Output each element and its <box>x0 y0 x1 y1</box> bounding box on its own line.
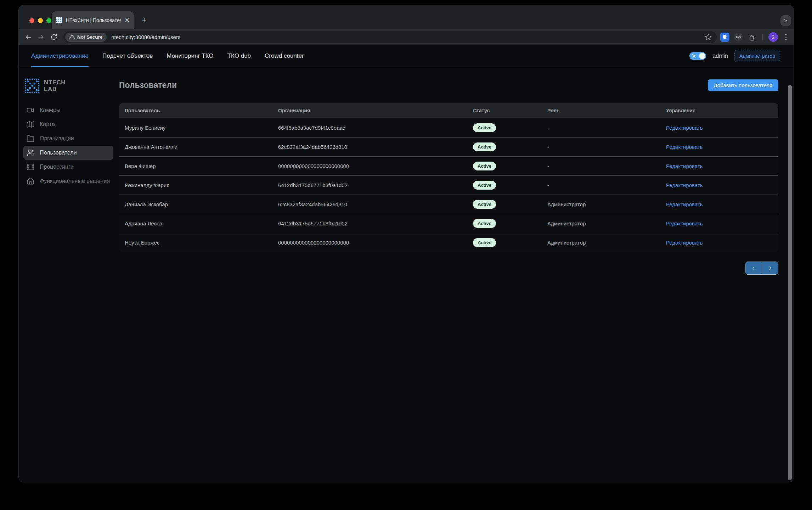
nav-item-tko-monitoring[interactable]: Мониторинг ТКО <box>167 45 213 67</box>
table-row: Режиналду Фария 6412db3175d6771b3f0a1d02… <box>119 175 778 195</box>
forward-button[interactable] <box>36 33 46 42</box>
tab-close-icon[interactable]: ✕ <box>125 17 130 23</box>
sidebar-item-cameras[interactable]: Камеры <box>23 103 113 117</box>
edit-link[interactable]: Редактировать <box>666 240 703 246</box>
sidebar: NTECH LAB Камеры Карта Организации <box>19 67 119 482</box>
sidebar-item-organizations[interactable]: Организации <box>23 131 113 146</box>
extensions-button[interactable] <box>748 33 757 42</box>
sidebar-item-label: Пользователи <box>40 150 77 156</box>
user-role-badge[interactable]: Администратор <box>734 50 780 62</box>
previous-page-button[interactable] <box>745 262 762 274</box>
user-name-cell: Адриана Лесса <box>119 220 272 226</box>
chevron-right-icon <box>767 265 773 271</box>
tab-strip: НТехСити | Пользователи ✕ + <box>19 5 794 29</box>
manage-cell: Редактировать <box>660 220 778 226</box>
browser-toolbar: Not Secure ntech.city:30080/admin/users … <box>19 29 794 45</box>
arrow-right-icon <box>38 34 45 41</box>
users-table: Пользователь Организация Статус Роль Упр… <box>119 103 778 252</box>
manage-cell: Редактировать <box>660 240 778 246</box>
org-id-cell: 62c832af3a24dab56426d310 <box>272 201 467 207</box>
toolbar-divider <box>762 34 763 40</box>
nav-item-crowd-counter[interactable]: Crowd counter <box>265 45 304 67</box>
status-badge: Active <box>473 238 496 247</box>
edit-link[interactable]: Редактировать <box>666 125 703 131</box>
org-id-cell: 62c832af3a24dab56426d310 <box>272 144 467 150</box>
table-row: Неуза Боржес 000000000000000000000000 Ac… <box>119 233 778 252</box>
chevron-left-icon <box>751 265 756 271</box>
status-badge: Active <box>473 181 496 190</box>
zoom-window-button[interactable] <box>46 18 51 23</box>
security-chip[interactable]: Not Secure <box>65 33 107 42</box>
reload-icon <box>51 34 57 40</box>
nav-item-object-counting[interactable]: Подсчет объектов <box>102 45 153 67</box>
nav-item-tko-dub[interactable]: ТКО dub <box>227 45 251 67</box>
sun-icon <box>692 54 696 58</box>
sidebar-item-processings[interactable]: Процессинги <box>23 160 113 174</box>
table-header-row: Пользователь Организация Статус Роль Упр… <box>119 103 778 118</box>
edit-link[interactable]: Редактировать <box>666 163 703 169</box>
table-body: Мурилу Бенисиу 664f5ab8a9ac7d9f41c8eaad … <box>119 118 778 252</box>
minimize-window-button[interactable] <box>38 18 43 23</box>
toggle-knob <box>699 53 705 59</box>
shield-icon <box>722 34 727 40</box>
edit-link[interactable]: Редактировать <box>666 144 703 150</box>
status-cell: Active <box>467 238 542 247</box>
bookmark-star-icon[interactable] <box>705 34 712 40</box>
edit-link[interactable]: Редактировать <box>666 201 703 207</box>
url-bar[interactable]: Not Secure ntech.city:30080/admin/users <box>63 31 717 43</box>
url-text: ntech.city:30080/admin/users <box>111 34 705 40</box>
back-button[interactable] <box>24 33 33 42</box>
star-icon <box>705 34 712 40</box>
home-icon <box>27 177 34 185</box>
manage-cell: Редактировать <box>660 201 778 207</box>
sidebar-item-map[interactable]: Карта <box>23 117 113 131</box>
sidebar-item-users[interactable]: Пользователи <box>23 146 113 160</box>
edit-link[interactable]: Редактировать <box>666 182 703 188</box>
tab-title: НТехСити | Пользователи <box>66 17 121 23</box>
tab-search-button[interactable] <box>780 15 791 26</box>
table-row: Мурилу Бенисиу 664f5ab8a9ac7d9f41c8eaad … <box>119 118 778 137</box>
folder-icon <box>27 135 34 142</box>
user-name-cell: Даниэла Эскобар <box>119 201 272 207</box>
manage-cell: Редактировать <box>660 163 778 169</box>
security-label: Not Secure <box>77 34 102 40</box>
browser-menu-button[interactable] <box>783 34 789 40</box>
role-cell: Администратор <box>542 240 660 246</box>
status-badge: Active <box>473 123 496 132</box>
edit-link[interactable]: Редактировать <box>666 220 703 226</box>
manage-cell: Редактировать <box>660 182 778 188</box>
profile-avatar[interactable]: S <box>768 32 778 42</box>
manage-cell: Редактировать <box>660 144 778 150</box>
header-right: admin Администратор <box>689 50 780 62</box>
sidebar-item-label: Камеры <box>40 107 61 113</box>
theme-toggle[interactable] <box>689 52 706 60</box>
sidebar-item-label: Карта <box>40 121 55 128</box>
new-tab-button[interactable]: + <box>139 16 149 26</box>
ntech-logo: NTECH LAB <box>24 78 119 94</box>
app-header: Администрирование Подсчет объектов Монит… <box>19 45 794 67</box>
close-window-button[interactable] <box>29 18 34 23</box>
warning-icon <box>69 34 75 40</box>
tab-favicon-icon <box>56 17 62 23</box>
adblock-extension-button[interactable]: UO <box>734 33 743 41</box>
password-extension-button[interactable] <box>720 33 729 42</box>
role-cell: Администратор <box>542 220 660 226</box>
pagination <box>745 262 778 275</box>
org-id-cell: 000000000000000000000000 <box>272 163 467 169</box>
status-cell: Active <box>467 142 542 151</box>
nav-item-administration[interactable]: Администрирование <box>31 45 89 67</box>
sidebar-item-label: Организации <box>40 135 74 142</box>
status-cell: Active <box>467 200 542 209</box>
extensions-area: UO S <box>720 32 789 42</box>
page-scrollbar[interactable] <box>788 85 792 480</box>
add-user-button[interactable]: Добавить пользователя <box>708 79 778 91</box>
window-controls <box>29 18 51 23</box>
reload-button[interactable] <box>49 33 58 42</box>
next-page-button[interactable] <box>762 262 778 274</box>
table-row: Вера Фишер 000000000000000000000000 Acti… <box>119 156 778 175</box>
status-badge: Active <box>473 219 496 228</box>
browser-tab[interactable]: НТехСити | Пользователи ✕ <box>52 11 134 29</box>
org-id-cell: 6412db3175d6771b3f0a1d02 <box>272 182 467 188</box>
sidebar-item-functional-solutions[interactable]: Функциональные решения <box>23 174 113 188</box>
sidebar-item-label: Процессинги <box>40 164 74 170</box>
